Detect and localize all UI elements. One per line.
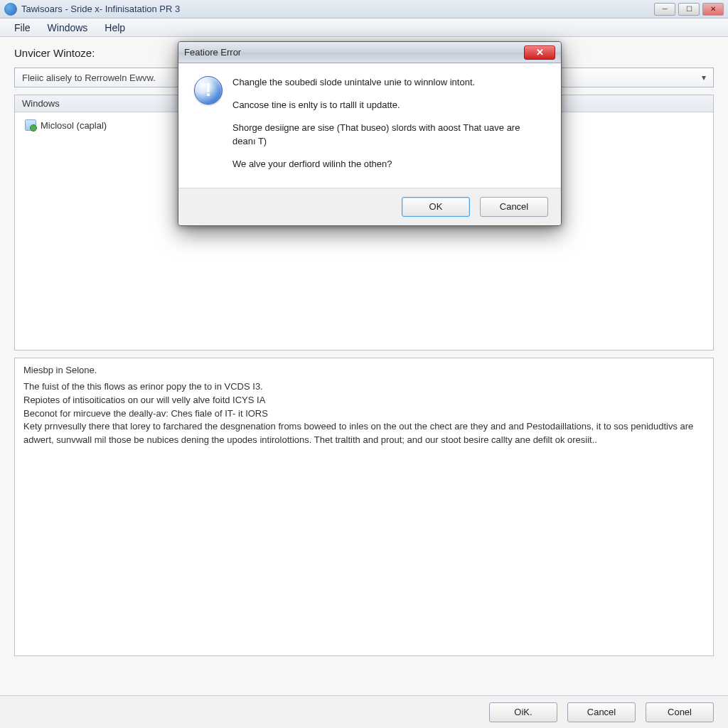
dialog-body: ! Changle the soubedi slode unintalve un…: [178, 63, 561, 188]
dialog-cancel-button[interactable]: Cancel: [480, 197, 548, 217]
dialog-title: Featiore Error: [184, 47, 524, 58]
info-icon: !: [194, 76, 223, 105]
dialog-ok-button[interactable]: OK: [402, 197, 470, 217]
dialog-backdrop: Featiore Error ✕ ! Changle the soubedi s…: [0, 0, 728, 728]
dialog-paragraph: Changle the soubedi slode unintalve unie…: [232, 76, 545, 89]
dialog-paragraph: Cancose tine is enlty is to rtalll it up…: [232, 99, 545, 112]
dialog-paragraph: We alve your derfiord wilinh the othen?: [232, 158, 545, 171]
dialog-close-button[interactable]: ✕: [524, 46, 555, 60]
dialog-text: Changle the soubedi slode unintalve unie…: [232, 76, 545, 181]
dialog-paragraph: Shorge desiigne are sise (That buseo) sl…: [232, 122, 545, 147]
dialog-footer: OK Cancel: [178, 188, 561, 225]
dialog-titlebar[interactable]: Featiore Error ✕: [178, 42, 561, 63]
error-dialog: Featiore Error ✕ ! Changle the soubedi s…: [178, 41, 562, 226]
